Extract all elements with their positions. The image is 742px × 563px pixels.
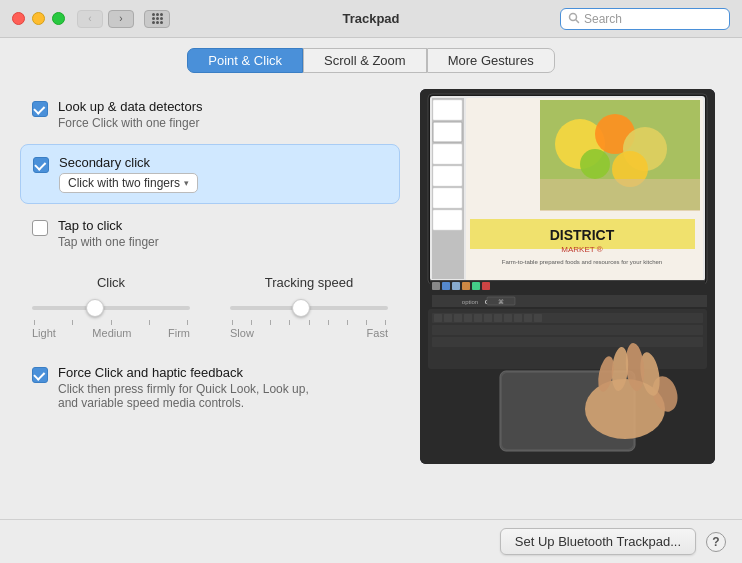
tabs-bar: Point & Click Scroll & Zoom More Gesture… xyxy=(0,38,742,81)
app-grid-button[interactable] xyxy=(144,10,170,28)
tracking-min-label: Slow xyxy=(230,327,254,339)
tap-to-click-checkbox-container[interactable] xyxy=(32,220,48,236)
svg-text:option: option xyxy=(462,299,478,305)
svg-rect-7 xyxy=(433,122,462,142)
svg-text:DISTRICT: DISTRICT xyxy=(550,227,615,243)
click-slider-ticks xyxy=(32,320,190,325)
tap-to-click-setting-row: Tap to click Tap with one finger xyxy=(20,208,400,259)
svg-rect-48 xyxy=(494,314,502,322)
forward-button[interactable]: › xyxy=(108,10,134,28)
tap-to-click-checkbox[interactable] xyxy=(32,220,48,236)
bottom-bar: Set Up Bluetooth Trackpad... ? xyxy=(0,519,742,563)
tab-point-click[interactable]: Point & Click xyxy=(187,48,303,73)
click-slider-thumb[interactable] xyxy=(86,299,104,317)
svg-rect-10 xyxy=(433,188,462,208)
search-box[interactable]: Search xyxy=(560,8,730,30)
secondary-click-dropdown[interactable]: Click with two fingers ▾ xyxy=(59,173,198,193)
svg-rect-32 xyxy=(482,282,490,290)
close-button[interactable] xyxy=(12,12,25,25)
tab-scroll-zoom[interactable]: Scroll & Zoom xyxy=(303,48,427,73)
svg-rect-52 xyxy=(534,314,542,322)
sliders-section: Click Light Medium Firm xyxy=(20,263,400,347)
tap-to-click-text: Tap to click Tap with one finger xyxy=(58,218,388,249)
left-panel: Look up & data detectors Force Click wit… xyxy=(20,89,400,464)
force-click-text: Force Click and haptic feedback Click th… xyxy=(58,365,388,410)
dropdown-label: Click with two fingers xyxy=(68,176,180,190)
svg-rect-9 xyxy=(433,166,462,186)
setup-bluetooth-button[interactable]: Set Up Bluetooth Trackpad... xyxy=(500,528,696,555)
lookup-setting-row: Look up & data detectors Force Click wit… xyxy=(20,89,400,140)
svg-rect-43 xyxy=(444,314,452,322)
search-placeholder: Search xyxy=(584,12,722,26)
tab-more-gestures[interactable]: More Gestures xyxy=(427,48,555,73)
trackpad-preview-image: DISTRICT MARKET ® Farm-to-table prepared… xyxy=(420,89,715,464)
svg-rect-46 xyxy=(474,314,482,322)
tracking-speed-track-container[interactable] xyxy=(230,298,388,318)
svg-rect-6 xyxy=(433,100,462,120)
click-mid-label: Medium xyxy=(92,327,131,339)
svg-rect-39 xyxy=(432,313,703,323)
minimize-button[interactable] xyxy=(32,12,45,25)
click-max-label: Firm xyxy=(168,327,190,339)
svg-text:Farm-to-table prepared foods a: Farm-to-table prepared foods and resourc… xyxy=(502,259,662,265)
svg-text:⌘: ⌘ xyxy=(498,299,504,305)
svg-rect-44 xyxy=(454,314,462,322)
tap-to-click-subtitle: Tap with one finger xyxy=(58,235,388,249)
maximize-button[interactable] xyxy=(52,12,65,25)
svg-rect-41 xyxy=(432,337,703,347)
svg-rect-26 xyxy=(430,281,705,293)
secondary-click-title: Secondary click xyxy=(59,155,387,170)
lookup-checkbox[interactable] xyxy=(32,101,48,117)
traffic-lights xyxy=(12,12,65,25)
tracking-speed-ticks xyxy=(230,320,388,325)
back-button[interactable]: ‹ xyxy=(77,10,103,28)
title-bar: ‹ › Trackpad Search xyxy=(0,0,742,38)
svg-rect-31 xyxy=(472,282,480,290)
svg-line-1 xyxy=(576,19,579,22)
tracking-speed-label: Tracking speed xyxy=(230,275,388,290)
svg-rect-45 xyxy=(464,314,472,322)
force-click-checkbox-container[interactable] xyxy=(32,367,48,383)
grid-icon xyxy=(152,13,163,24)
tracking-speed-track xyxy=(230,306,388,310)
click-slider-labels: Light Medium Firm xyxy=(32,327,190,339)
sliders-row: Click Light Medium Firm xyxy=(32,275,388,339)
main-content: Look up & data detectors Force Click wit… xyxy=(0,81,742,472)
lookup-subtitle: Force Click with one finger xyxy=(58,116,388,130)
chevron-down-icon: ▾ xyxy=(184,178,189,188)
secondary-click-checkbox-container[interactable] xyxy=(33,157,49,173)
force-click-checkbox[interactable] xyxy=(32,367,48,383)
click-slider-track-container[interactable] xyxy=(32,298,190,318)
tap-to-click-title: Tap to click xyxy=(58,218,388,233)
svg-rect-40 xyxy=(432,325,703,335)
click-slider-label: Click xyxy=(32,275,190,290)
svg-rect-30 xyxy=(462,282,470,290)
svg-rect-27 xyxy=(432,282,440,290)
lookup-text: Look up & data detectors Force Click wit… xyxy=(58,99,388,130)
tracking-speed-labels: Slow Fast xyxy=(230,327,388,339)
help-button[interactable]: ? xyxy=(706,532,726,552)
tracking-max-label: Fast xyxy=(367,327,388,339)
svg-rect-42 xyxy=(434,314,442,322)
lookup-checkbox-container[interactable] xyxy=(32,101,48,117)
secondary-click-setting-row: Secondary click Click with two fingers ▾ xyxy=(20,144,400,204)
force-click-subtitle: Click then press firmly for Quick Look, … xyxy=(58,382,388,410)
click-slider-track xyxy=(32,306,190,310)
svg-rect-50 xyxy=(514,314,522,322)
svg-rect-25 xyxy=(430,280,705,281)
lookup-title: Look up & data detectors xyxy=(58,99,388,114)
svg-rect-47 xyxy=(484,314,492,322)
svg-rect-29 xyxy=(452,282,460,290)
click-slider-group: Click Light Medium Firm xyxy=(32,275,190,339)
force-click-row: Force Click and haptic feedback Click th… xyxy=(20,355,400,420)
right-panel: DISTRICT MARKET ® Farm-to-table prepared… xyxy=(420,89,722,464)
svg-rect-8 xyxy=(433,144,462,164)
click-min-label: Light xyxy=(32,327,56,339)
svg-text:MARKET ®: MARKET ® xyxy=(561,245,602,254)
svg-rect-51 xyxy=(524,314,532,322)
secondary-click-text: Secondary click Click with two fingers ▾ xyxy=(59,155,387,193)
svg-point-17 xyxy=(580,149,610,179)
secondary-click-checkbox[interactable] xyxy=(33,157,49,173)
tracking-speed-thumb[interactable] xyxy=(292,299,310,317)
tracking-speed-slider-group: Tracking speed Slow Fast xyxy=(230,275,388,339)
